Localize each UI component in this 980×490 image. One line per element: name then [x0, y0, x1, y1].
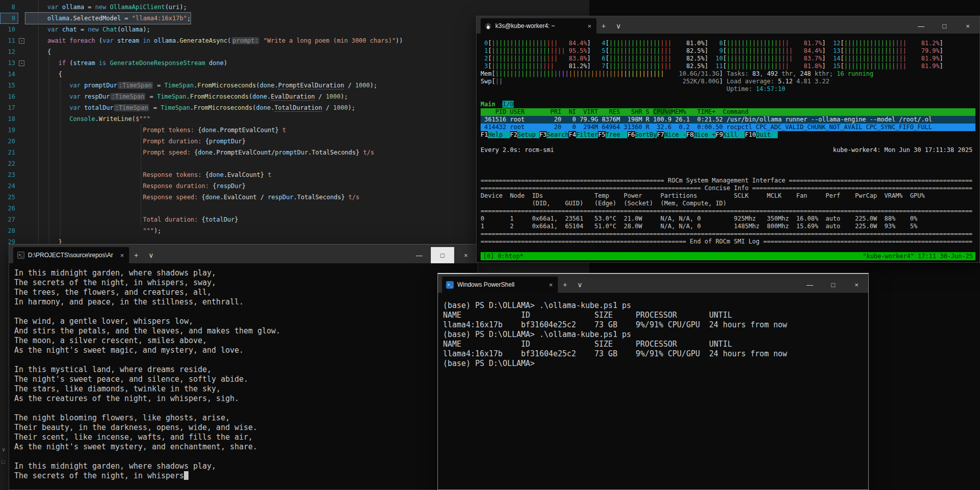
line-number: 27 — [0, 214, 18, 225]
terminal-line: 8 var ollama = new OllamaApiClient(uri); — [0, 2, 589, 13]
tmux-session-info: [0] 0:htop* — [483, 252, 523, 260]
poem-terminal-content[interactable]: In this midnight garden, where shadows p… — [9, 263, 478, 489]
fold-gutter — [18, 2, 25, 13]
terminal-line: 0[|||||||||||||||||| 84.4%] 4[||||||||||… — [481, 40, 975, 47]
terminal-line: The night's sweet peace, and silence, so… — [14, 375, 478, 384]
terminal-line: Their beauty, in the darkness, opens, wi… — [14, 423, 478, 433]
close-button[interactable]: × — [956, 18, 979, 34]
indent-guide — [38, 1, 39, 268]
terminal-line: The stars, like diamonds, twinkle in the… — [14, 384, 478, 394]
terminal-line: F1Help F2Setup F3SearchF4FilterF5Tree F6… — [481, 131, 975, 139]
powershell-window: >_ Windows PowerShell × + ∨ — □ × (base)… — [437, 273, 869, 490]
tab-close-icon[interactable]: × — [119, 252, 125, 259]
terminal-line: (DID, GUID) (Edge) (Socket) (Mem, Comput… — [481, 200, 975, 207]
terminal-line: In this mystical land, where dreams resi… — [14, 365, 478, 375]
tab-title: Windows PowerShell — [457, 281, 544, 288]
terminal-line — [481, 169, 975, 177]
terminal-line: 0 1 0x66a1, 23561 53.0°C 21.0W N/A, N/A,… — [481, 215, 975, 223]
terminal-line — [481, 93, 975, 101]
terminal-line: Swp[|| 252K/8.00G] Load average: 5.12 4.… — [481, 78, 975, 85]
terminal-line: The secrets of the night, in whispers — [14, 471, 478, 481]
tab-dropdown-icon[interactable]: ∨ — [143, 247, 159, 263]
fold-gutter — [18, 158, 25, 169]
powershell-content[interactable]: (base) PS D:\OLLAMA> .\ollama-kube.ps1 p… — [438, 293, 868, 489]
line-number: 13 — [0, 57, 18, 69]
line-number: 18 — [0, 113, 18, 125]
line-number: 12 — [0, 46, 18, 57]
terminal-line: 1[|||||||||||||||||||| 95.5%] 5[||||||||… — [481, 47, 975, 55]
terminal-line: The trees, the flowers, and creatures, a… — [14, 288, 478, 297]
fold-gutter — [18, 113, 25, 125]
terminal-line: ========================================… — [481, 230, 975, 238]
fold-gutter — [18, 91, 25, 102]
new-tab-button[interactable]: + — [596, 18, 611, 34]
poem-terminal-window: >_ D:\PROJECTS\source\repos\Ar × + ∨ — □… — [9, 244, 478, 490]
terminal-line: Their scent, like incense, wafts, and fi… — [14, 433, 478, 442]
tab-close-icon[interactable]: × — [586, 22, 592, 30]
terminal-line: The night blooming flowers, like ghosts,… — [14, 413, 478, 423]
tab-close-icon[interactable]: × — [548, 281, 554, 289]
line-number: 25 — [0, 192, 18, 203]
terminal-line — [481, 139, 975, 146]
titlebar: k3s@kube-worker4: ~ × + ∨ — □ × — [477, 16, 979, 34]
tmux-status-bar: [0] 0:htop* "kube-worker4" 17:11 30-Jun-… — [481, 252, 975, 260]
line-number: 17 — [0, 102, 18, 113]
line-number: 11 — [0, 35, 18, 46]
fold-gutter — [18, 192, 25, 203]
terminal-line: PID USER PRI NI VIRT RES SHR S CPU%▽MEM%… — [481, 108, 975, 116]
terminal-line: (base) PS D:\OLLAMA> .\ollama-kube.ps1 p… — [443, 330, 868, 340]
close-button[interactable]: × — [454, 247, 478, 263]
chevron-down-icon[interactable]: ∨ — [2, 446, 6, 453]
tab-windows-powershell[interactable]: >_ Windows PowerShell × — [442, 277, 558, 293]
titlebar: >_ Windows PowerShell × + ∨ — □ × — [438, 274, 868, 293]
line-number: 10 — [0, 24, 18, 35]
terminal-line: Uptime: 14:57:10 — [481, 85, 975, 93]
tab-kube-worker4[interactable]: k3s@kube-worker4: ~ × — [481, 18, 596, 34]
tmux-host-time: "kube-worker4" 17:11 30-Jun-25 — [863, 252, 973, 260]
line-number: 15 — [0, 80, 18, 91]
minimize-button[interactable]: — — [909, 18, 933, 34]
htop-terminal-content[interactable]: 0[|||||||||||||||||| 84.4%] 4[||||||||||… — [477, 34, 979, 262]
terminal-line: The moon, a silver crescent, smiles abov… — [14, 336, 478, 346]
fold-gutter — [18, 180, 25, 192]
maximize-button[interactable]: □ — [431, 247, 454, 263]
square-icon[interactable]: □ — [2, 458, 5, 465]
terminal-line — [14, 355, 478, 365]
line-number: 26 — [0, 203, 18, 214]
tab-dropdown-icon[interactable]: ∨ — [611, 18, 626, 34]
terminal-line: (base) PS D:\OLLAMA> .\ollama-kube.ps1 p… — [443, 301, 868, 311]
terminal-line — [14, 404, 478, 413]
tab-title: k3s@kube-worker4: ~ — [495, 22, 583, 29]
terminal-line: 2[|||||||||||||||||| 83.8%] 6[||||||||||… — [481, 55, 975, 63]
minimize-button[interactable]: — — [407, 247, 431, 263]
titlebar: >_ D:\PROJECTS\source\repos\Ar × + ∨ — □… — [9, 244, 478, 263]
minimize-button[interactable]: — — [798, 277, 821, 293]
maximize-button[interactable]: □ — [821, 277, 845, 293]
terminal-line: In this midnight garden, where shadows p… — [14, 462, 478, 471]
terminal-line: llama4:16x17b bf31604e25c2 73 GB 9%/91% … — [443, 349, 868, 359]
maximize-button[interactable]: □ — [933, 18, 956, 34]
fold-gutter — [18, 69, 25, 80]
fold-gutter — [18, 24, 25, 35]
terminal-line: NAME ID SIZE PROCESSOR UNTIL — [443, 311, 868, 320]
tab-dropdown-icon[interactable]: ∨ — [572, 277, 587, 293]
fold-gutter — [18, 46, 25, 57]
terminal-line — [14, 307, 478, 317]
tab-title: D:\PROJECTS\source\repos\Ar — [28, 252, 115, 259]
terminal-line — [14, 452, 478, 462]
terminal-line: In this midnight garden, where shadows p… — [14, 268, 478, 278]
close-button[interactable]: × — [845, 277, 868, 293]
terminal-line: The secrets of the night, in whispers, s… — [14, 278, 478, 288]
line-number: 23 — [0, 169, 18, 180]
new-tab-button[interactable]: + — [129, 247, 143, 263]
line-number: 22 — [0, 158, 18, 169]
fold-gutter — [18, 136, 25, 147]
window-controls: — □ × — [407, 247, 478, 263]
tab-projects-repo[interactable]: >_ D:\PROJECTS\source\repos\Ar × — [13, 247, 129, 263]
terminal-line: Mem[||||||||||||||||||||||||||||||||||||… — [481, 70, 975, 78]
fold-collapse-icon[interactable]: - — [19, 38, 24, 44]
fold-gutter — [18, 203, 25, 214]
fold-collapse-icon[interactable]: - — [19, 60, 24, 66]
indent-guide — [141, 125, 141, 225]
new-tab-button[interactable]: + — [558, 277, 572, 293]
